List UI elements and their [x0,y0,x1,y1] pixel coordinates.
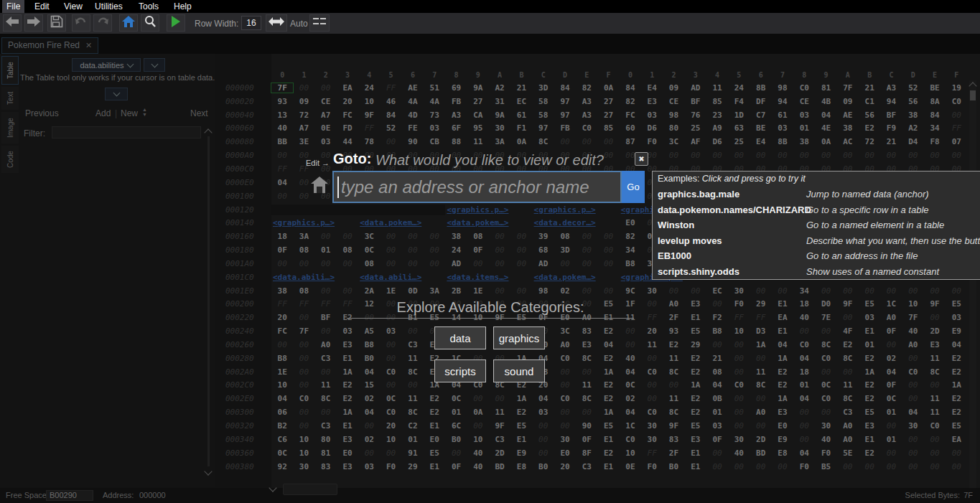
hex-byte[interactable]: 11 [924,394,946,403]
tool-tab-image[interactable]: Image [1,112,19,144]
hex-byte[interactable]: 73 [424,111,445,120]
hex-byte[interactable]: A7 [293,123,314,133]
hex-byte[interactable]: 00 [510,259,532,268]
hex-byte[interactable]: 01 [315,245,337,255]
hex-byte[interactable]: 76 [685,111,706,120]
hex-byte[interactable]: 00 [924,380,946,390]
hex-empty-cell[interactable] [293,205,314,215]
hex-byte[interactable]: E1 [685,313,706,322]
hex-byte[interactable]: 04 [533,394,554,403]
hex-byte[interactable]: 00 [641,394,663,403]
hex-byte[interactable]: 04 [271,394,293,403]
hex-byte[interactable]: 84 [924,111,946,120]
hex-byte[interactable]: 01 [402,435,424,444]
hex-byte[interactable]: 8C [402,367,424,377]
hex-byte[interactable]: E2 [772,367,793,377]
example-name[interactable]: graphics.bag.male [658,189,739,199]
hex-byte[interactable]: 00 [510,245,532,255]
hex-byte[interactable]: FF [728,313,750,322]
sidebar-scrollbar[interactable] [207,136,210,466]
hex-byte[interactable]: 8C [315,394,337,403]
hex-byte[interactable]: E8 [772,448,793,458]
hex-byte[interactable]: 30 [489,123,510,133]
hex-byte[interactable]: 82 [576,83,597,93]
hex-byte[interactable]: 11 [641,340,663,349]
hex-byte[interactable]: 0F [880,326,902,336]
hex-byte[interactable]: 00 [533,435,554,444]
hex-byte[interactable]: 98 [663,111,684,120]
hex-byte[interactable]: 69 [445,83,467,93]
hex-byte[interactable]: 11 [663,354,684,363]
hex-byte[interactable]: 00 [902,462,924,471]
hex-byte[interactable]: B8 [706,326,728,336]
hex-byte[interactable]: 00 [533,421,554,431]
table-options-button[interactable] [144,58,165,72]
hex-byte[interactable]: F0 [380,462,401,471]
hex-byte[interactable]: 03 [424,123,445,133]
hex-byte[interactable]: 00 [902,354,924,363]
hex-byte[interactable]: 19 [946,83,967,93]
hex-byte[interactable]: 10 [902,299,924,309]
hex-byte[interactable]: 0F [880,380,902,390]
stretch-width-button[interactable] [266,14,287,32]
hex-byte[interactable]: 00 [271,259,293,268]
hex-byte[interactable]: A7 [315,111,337,120]
hex-byte[interactable]: 0D [402,286,424,296]
hex-byte[interactable]: 00 [576,367,597,377]
go-button[interactable]: Go [622,171,645,203]
hex-byte[interactable]: 00 [380,448,401,458]
hex-byte[interactable]: 93 [663,326,684,336]
hex-byte[interactable]: 24 [358,83,380,93]
hex-byte[interactable]: 00 [902,394,924,403]
hex-byte[interactable]: A0 [902,340,924,349]
hex-byte[interactable]: E5 [597,421,619,431]
hex-byte[interactable]: E2 [424,408,445,417]
hex-byte[interactable]: 30 [641,421,663,431]
hex-byte[interactable]: 93 [271,97,293,106]
menu-file[interactable]: File [2,0,24,13]
example-name[interactable]: data.pokemon.names/CHARIZARD [658,205,811,215]
hex-byte[interactable]: 00 [641,354,663,363]
hex-byte[interactable]: 00 [380,259,401,268]
hex-byte[interactable]: E3 [337,435,358,444]
hex-byte[interactable]: C0 [728,380,750,390]
hex-byte[interactable]: 03 [337,326,358,336]
hex-byte[interactable]: E2 [663,340,684,349]
hex-byte[interactable]: 03 [641,111,663,120]
hex-byte[interactable]: 0C [880,394,902,403]
hex-byte[interactable]: 38 [902,111,924,120]
hex-byte[interactable]: 0F [445,462,467,471]
hex-byte[interactable]: 8C [837,394,859,403]
hex-byte[interactable]: 10 [380,435,401,444]
hex-byte[interactable]: E2 [837,340,859,349]
hex-byte[interactable]: 18 [793,367,815,377]
hex-byte[interactable]: 04 [815,111,836,120]
hex-byte[interactable]: A0 [750,408,772,417]
hex-byte[interactable]: 56 [902,97,924,106]
hex-byte[interactable]: E1 [337,354,358,363]
hex-byte[interactable]: E1 [685,448,706,458]
hex-byte[interactable]: 04 [946,340,967,349]
hex-byte[interactable]: DF [750,97,772,106]
hex-byte[interactable]: F0 [728,299,750,309]
hex-byte[interactable]: 24 [728,83,750,93]
hex-byte[interactable]: 6F [445,123,467,133]
hex-byte[interactable]: A2 [489,83,510,93]
hex-byte[interactable]: 27 [597,111,619,120]
hex-byte[interactable]: 11 [924,354,946,363]
hex-byte[interactable]: C0 [641,367,663,377]
hex-byte[interactable]: 3D [554,245,576,255]
hex-byte[interactable]: 1A [597,408,619,417]
hex-byte[interactable]: FF [293,299,314,309]
hex-byte[interactable]: 0C [445,394,467,403]
hex-byte[interactable]: 4B [815,97,836,106]
hex-byte[interactable]: 30 [728,435,750,444]
hex-byte[interactable]: FF [750,313,772,322]
hex-byte[interactable]: EA [946,435,967,444]
hex-byte[interactable]: 00 [815,367,836,377]
hex-byte[interactable]: 00 [815,408,836,417]
hex-byte[interactable]: E0 [772,421,793,431]
hex-byte[interactable]: A0 [837,435,859,444]
hex-byte[interactable]: 00 [750,354,772,363]
hex-byte[interactable]: C0 [380,367,401,377]
